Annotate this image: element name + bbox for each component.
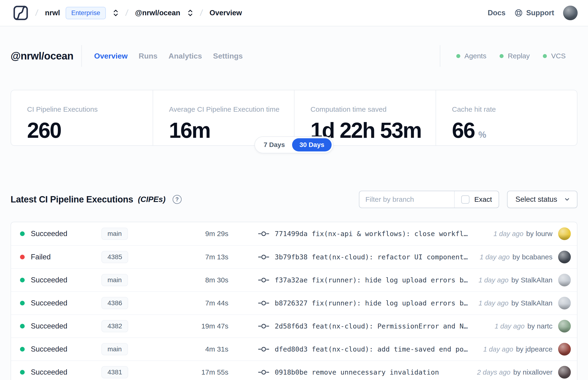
- docs-link[interactable]: Docs: [488, 9, 505, 17]
- nx-cloud-logo[interactable]: [13, 5, 28, 21]
- stat-value: 66: [452, 118, 475, 143]
- stat-label: Average CI Pipeline Execution time: [169, 105, 289, 113]
- divider: [440, 45, 440, 67]
- commit-icon: [258, 254, 269, 260]
- org-switcher-icon[interactable]: [113, 9, 118, 17]
- top-bar: / nrwl Enterprise / @nrwl/ocean / Overvi…: [0, 0, 588, 26]
- stat-value: 260: [27, 118, 61, 143]
- commit-message[interactable]: 3b79fb38 feat(nx-cloud): refactor UI com…: [275, 253, 468, 261]
- tab-analytics[interactable]: Analytics: [169, 52, 202, 60]
- commit-icon: [258, 230, 269, 237]
- time-ago: 1 day ago: [493, 230, 523, 238]
- main-content: @nrwl/ocean Overview Runs Analytics Sett…: [0, 45, 588, 380]
- time-ago: 1 day ago: [479, 276, 509, 284]
- avatar[interactable]: [558, 366, 571, 379]
- commit-message[interactable]: f37a32ae fix(runner): hide log upload er…: [275, 276, 468, 284]
- workspace-switcher-icon[interactable]: [188, 9, 193, 17]
- author[interactable]: by lourw: [526, 230, 552, 238]
- stat-value: 16m: [169, 118, 210, 143]
- time-ago: 2 days ago: [477, 368, 510, 376]
- stats-section: CI Pipeline Executions 260 Average CI Pi…: [11, 90, 577, 146]
- branch-badge[interactable]: 4381: [101, 366, 128, 378]
- cipes-section-header: Latest CI Pipeline Executions (CIPEs) ? …: [11, 191, 577, 208]
- stat-label: Cache hit rate: [452, 105, 572, 113]
- status-dot: [20, 301, 25, 305]
- range-option-7-days[interactable]: 7 Days: [256, 138, 292, 152]
- tab-overview[interactable]: Overview: [94, 52, 128, 60]
- support-link[interactable]: Support: [514, 9, 554, 17]
- table-row[interactable]: Succeeded main 4m 31s dfed80d3 feat(nx-c…: [11, 338, 577, 361]
- user-avatar[interactable]: [563, 6, 578, 20]
- feature-vcs: VCS: [543, 52, 566, 60]
- commit-message[interactable]: 0918b0be remove unnecessary invalidation: [275, 368, 439, 376]
- tab-settings[interactable]: Settings: [213, 52, 243, 60]
- date-range-toggle: 7 Days 30 Days: [254, 136, 334, 153]
- section-title: Latest CI Pipeline Executions: [11, 194, 133, 205]
- commit-message[interactable]: 771499da fix(nx-api & workflows): close …: [275, 230, 468, 238]
- branch-badge[interactable]: 4382: [101, 320, 128, 332]
- table-row[interactable]: Succeeded 4381 17m 55s 0918b0be remove u…: [11, 361, 577, 380]
- branch-badge[interactable]: 4386: [101, 297, 128, 309]
- status-label: Succeeded: [31, 345, 101, 353]
- author[interactable]: by nartc: [527, 322, 552, 330]
- select-status-label: Select status: [515, 195, 557, 204]
- duration: 4m 31s: [183, 345, 228, 353]
- exact-label: Exact: [474, 195, 492, 203]
- author[interactable]: by StalkAltan: [511, 276, 552, 284]
- duration: 7m 13s: [183, 253, 228, 261]
- breadcrumb-workspace[interactable]: @nrwl/ocean: [135, 9, 180, 17]
- branch-badge[interactable]: main: [101, 228, 128, 240]
- author[interactable]: by jdpearce: [516, 345, 552, 353]
- time-ago: 1 day ago: [495, 323, 525, 330]
- commit-message[interactable]: 2d58f6d3 feat(nx-cloud): PermissionError…: [275, 322, 468, 330]
- status-label: Succeeded: [31, 299, 101, 307]
- workspace-tabs: Overview Runs Analytics Settings: [94, 52, 243, 60]
- avatar[interactable]: [558, 320, 571, 333]
- duration: 7m 44s: [183, 299, 228, 307]
- exact-checkbox[interactable]: [461, 195, 470, 204]
- table-row[interactable]: Succeeded main 8m 30s f37a32ae fix(runne…: [11, 268, 577, 291]
- breadcrumb-page: Overview: [209, 9, 242, 17]
- breadcrumb-separator: /: [199, 8, 203, 18]
- commit-message[interactable]: b8726327 fix(runner): hide log upload er…: [275, 299, 468, 307]
- duration: 9m 29s: [183, 230, 228, 238]
- support-label: Support: [526, 9, 554, 17]
- tab-runs[interactable]: Runs: [139, 52, 158, 60]
- duration: 17m 55s: [183, 368, 228, 376]
- branch-filter-input[interactable]: [359, 191, 455, 208]
- status-dot: [20, 255, 25, 259]
- table-row[interactable]: Succeeded 4386 7m 44s b8726327 fix(runne…: [11, 291, 577, 314]
- range-option-30-days[interactable]: 30 Days: [292, 138, 332, 152]
- author[interactable]: by nixallover: [513, 368, 552, 376]
- avatar[interactable]: [558, 274, 571, 286]
- table-row[interactable]: Succeeded main 9m 29s 771499da fix(nx-ap…: [11, 222, 577, 245]
- feature-label: Replay: [508, 52, 530, 60]
- status-dot: [20, 370, 25, 375]
- commit-icon: [258, 323, 269, 329]
- avatar[interactable]: [558, 297, 571, 309]
- cipes-title-group: Latest CI Pipeline Executions (CIPEs) ?: [11, 194, 182, 205]
- breadcrumb-org[interactable]: nrwl: [45, 9, 60, 17]
- status-label: Succeeded: [31, 368, 101, 377]
- top-bar-actions: Docs Support: [488, 6, 578, 20]
- author[interactable]: by StalkAltan: [511, 299, 552, 307]
- breadcrumb: / nrwl Enterprise / @nrwl/ocean / Overvi…: [13, 5, 242, 21]
- table-row[interactable]: Succeeded 4382 19m 47s 2d58f6d3 feat(nx-…: [11, 314, 577, 338]
- select-status-dropdown[interactable]: Select status: [507, 191, 577, 208]
- table-row[interactable]: Failed 4385 7m 13s 3b79fb38 feat(nx-clou…: [11, 245, 577, 268]
- branch-badge[interactable]: main: [101, 274, 128, 286]
- commit-icon: [258, 300, 269, 306]
- avatar[interactable]: [558, 228, 571, 240]
- breadcrumb-separator: /: [35, 8, 38, 18]
- feature-status-list: Agents Replay VCS: [440, 45, 566, 67]
- commit-message[interactable]: dfed80d3 feat(nx-cloud): add time-saved …: [275, 345, 468, 353]
- stat-label: CI Pipeline Executions: [27, 105, 148, 113]
- help-icon[interactable]: ?: [173, 195, 182, 204]
- author[interactable]: by bcabanes: [512, 253, 552, 261]
- avatar[interactable]: [558, 251, 571, 263]
- avatar[interactable]: [558, 343, 571, 356]
- status-dot: [20, 324, 25, 328]
- branch-badge[interactable]: main: [101, 343, 128, 355]
- status-dot: [20, 278, 25, 283]
- branch-badge[interactable]: 4385: [101, 251, 128, 263]
